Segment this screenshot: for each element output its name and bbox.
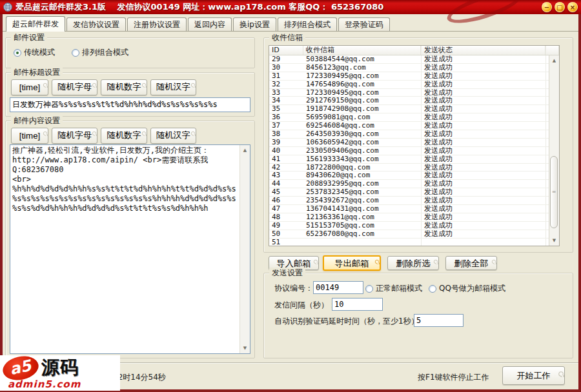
- minimize-button[interactable]: −: [542, 2, 552, 12]
- content-textarea-frame: 推广神器,轻松引流,专业软件,日发数万,我的介绍主页： http://www.a…: [10, 144, 250, 354]
- recipient-row[interactable]: 452537832345@qq.com发送成功: [269, 188, 559, 197]
- cell-id: 31: [269, 72, 303, 80]
- recipient-row[interactable]: 50652367080@qq.com发送成功: [269, 230, 559, 239]
- cell-email: 8456123@qq.com: [303, 64, 421, 72]
- radio-label: 排列组合模式: [82, 47, 128, 58]
- recipient-row[interactable]: 331723309495@qq.com发送成功: [269, 89, 559, 97]
- window-border-right: [578, 14, 581, 392]
- recipient-row[interactable]: 49515153705@qq.com发送成功: [269, 222, 559, 230]
- recipient-row[interactable]: 3656959081@qq.com发送成功: [269, 113, 559, 122]
- button-label: 导出邮箱: [334, 259, 369, 268]
- scroll-up-icon[interactable]: ▲: [549, 56, 559, 65]
- content-scrollbar[interactable]: ▲ ▼: [240, 145, 250, 353]
- recipient-row[interactable]: 37692546084@qq.com发送成功: [269, 122, 559, 130]
- scroll-down-icon[interactable]: ▼: [240, 344, 250, 353]
- recipient-row[interactable]: 411561933343@qq.com发送成功: [269, 155, 559, 164]
- recipients-table: ID收件信箱发送状态 29503884544@qq.com发送成功3084561…: [269, 45, 560, 246]
- random-digits-button[interactable]: 随机数字: [101, 128, 147, 144]
- recipient-row[interactable]: 48121363361@qq.com发送成功: [269, 213, 559, 222]
- button-swirl-ornament: [141, 80, 147, 90]
- radio-normal-mailbox-mode[interactable]: 正常邮箱模式: [365, 283, 422, 294]
- cell-email: 1561933343@qq.com: [303, 155, 421, 163]
- tab-send-protocol[interactable]: 发信协议设置: [66, 17, 126, 31]
- recipient-row[interactable]: 311723309495@qq.com发送成功: [269, 72, 559, 81]
- recipient-row[interactable]: 4389430620@qq.com发送成功: [269, 172, 559, 180]
- recipient-row[interactable]: 462354392672@qq.com发送成功: [269, 197, 559, 205]
- scroll-up-icon[interactable]: ▲: [240, 146, 250, 155]
- delete-selected-button[interactable]: 删除所选: [387, 256, 439, 270]
- time-token-button[interactable]: [time]: [11, 79, 48, 95]
- radio-traditional-mode[interactable]: 传统模式: [14, 47, 55, 58]
- radio-circle-icon[interactable]: [429, 285, 436, 293]
- a5-logo-name: 源码: [41, 355, 79, 380]
- random-hanzi-button[interactable]: 随机汉字: [150, 79, 196, 95]
- recipient-row[interactable]: 351918742908@qq.com发送成功: [269, 105, 559, 113]
- recipients-group: 收件信箱 ID收件信箱发送状态 29503884544@qq.com发送成功30…: [263, 37, 573, 253]
- random-letters-button[interactable]: 随机字母: [52, 79, 97, 95]
- radio-qq-as-mailbox-mode[interactable]: QQ号做为邮箱模式: [429, 283, 505, 294]
- recipient-row[interactable]: 4218722800@qq.com发送成功: [269, 164, 559, 172]
- button-label: [time]: [19, 131, 41, 141]
- radio-circle-icon[interactable]: [365, 285, 373, 293]
- tab-change-ip[interactable]: 换ip设置: [233, 17, 276, 31]
- cell-email: 2643503930@qq.com: [303, 130, 421, 138]
- cell-status: 发送成功: [421, 222, 545, 230]
- cell-id: 39: [269, 139, 303, 146]
- button-swirl-ornament: [557, 367, 564, 382]
- cell-id: 43: [269, 172, 303, 179]
- captcha-delay-label: 自动识别验证码延时时间（秒，至少1秒）：: [274, 316, 427, 327]
- cell-id: 35: [269, 105, 303, 113]
- tab-permutation-mode[interactable]: 排列组合模式: [278, 17, 337, 31]
- cell-email: 121363361@qq.com: [303, 213, 421, 221]
- cell-id: 30: [269, 64, 303, 72]
- tab-return-content[interactable]: 返回内容: [188, 17, 232, 31]
- recipients-scrollbar[interactable]: ▲ ≡ ▼: [549, 55, 559, 246]
- button-label: 随机字母: [57, 130, 92, 140]
- recipient-row[interactable]: 382643503930@qq.com发送成功: [269, 130, 559, 139]
- tab-register-protocol[interactable]: 注册协议设置: [127, 17, 187, 31]
- cell-status: [421, 239, 545, 246]
- protocol-input[interactable]: [313, 281, 363, 294]
- recipient-row[interactable]: 471367041431@qq.com发送成功: [269, 205, 559, 213]
- time-token-button[interactable]: [time]: [11, 128, 48, 144]
- button-label: [time]: [19, 83, 41, 92]
- recipient-row[interactable]: 29503884544@qq.com发送成功: [269, 55, 559, 64]
- cell-status: 发送成功: [421, 147, 545, 155]
- tab-mass-mail[interactable]: 超云邮件群发: [6, 16, 65, 32]
- recipient-row[interactable]: 442088932995@qq.com发送成功: [269, 180, 559, 188]
- recipient-row[interactable]: 391063605942@qq.com发送成功: [269, 139, 559, 147]
- random-digits-button[interactable]: 随机数字: [101, 79, 147, 95]
- maximize-button[interactable]: □: [555, 2, 565, 12]
- captcha-delay-input[interactable]: [414, 314, 464, 327]
- subject-input[interactable]: [10, 97, 250, 112]
- radio-circle-icon[interactable]: [14, 49, 21, 57]
- cell-email: 515153705@qq.com: [303, 222, 421, 230]
- recipient-row[interactable]: 402330509406@qq.com发送成功: [269, 147, 559, 155]
- tab-login-captcha[interactable]: 登录验证码: [338, 17, 390, 31]
- interval-input[interactable]: [332, 298, 383, 311]
- recipient-row[interactable]: 32147654896@qq.com发送成功: [269, 81, 559, 89]
- tab-bar: 超云邮件群发发信协议设置注册协议设置返回内容换ip设置排列组合模式登录验证码: [3, 14, 578, 32]
- radio-circle-icon[interactable]: [72, 49, 79, 57]
- column-header-status[interactable]: 发送状态: [421, 46, 545, 55]
- random-letters-button[interactable]: 随机字母: [52, 128, 97, 144]
- column-header-email[interactable]: 收件信箱: [303, 46, 421, 55]
- recipient-row[interactable]: 308456123@qq.com发送成功: [269, 64, 559, 72]
- content-textarea[interactable]: 推广神器,轻松引流,专业软件,日发数万,我的介绍主页： http://www.a…: [10, 145, 240, 353]
- title-bar[interactable]: 爱品超云邮件群发3.1版 发信协议00149 网址：www.ap178.com …: [0, 0, 581, 14]
- column-header-id[interactable]: ID: [269, 46, 303, 55]
- scrollbar-thumb[interactable]: ≡: [550, 156, 558, 228]
- recipient-row[interactable]: 51: [269, 239, 559, 246]
- close-button[interactable]: ×: [567, 2, 578, 12]
- random-hanzi-button[interactable]: 随机汉字: [150, 128, 196, 144]
- recipient-row[interactable]: 342912769150@qq.com发送成功: [269, 97, 559, 105]
- start-work-button[interactable]: 开始工作: [502, 366, 565, 385]
- export-mailbox-button[interactable]: 导出邮箱: [323, 255, 381, 271]
- cell-status: 发送成功: [421, 89, 545, 97]
- cell-status: 发送成功: [421, 139, 545, 146]
- radio-permutation-mode[interactable]: 排列组合模式: [72, 47, 128, 58]
- scroll-down-icon[interactable]: ▼: [549, 236, 559, 245]
- button-label: 随机汉字: [156, 82, 190, 92]
- delete-all-button[interactable]: 删除全部: [445, 256, 497, 270]
- mail-settings-group: 邮件设置 传统模式排列组合模式: [5, 37, 255, 68]
